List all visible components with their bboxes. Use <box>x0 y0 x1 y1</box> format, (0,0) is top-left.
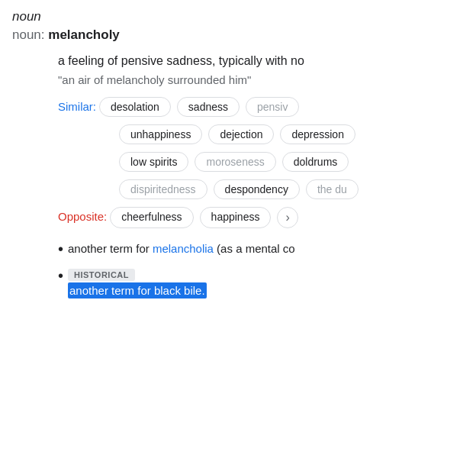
similar-chips-row3: low spirits moroseness doldrums <box>119 152 464 172</box>
chip-moroseness[interactable]: moroseness <box>195 152 275 172</box>
similar-row-3: low spirits moroseness doldrums <box>58 152 464 172</box>
chip-arrow-more[interactable]: › <box>277 207 298 228</box>
bullet-text-1: another term for melancholia (as a menta… <box>68 240 295 258</box>
chip-depression[interactable]: depression <box>280 124 355 144</box>
bullet1-text-after: (as a mental co <box>214 242 295 255</box>
definition-text: a feeling of pensive sadness, typically … <box>58 52 464 70</box>
chip-low-spirits[interactable]: low spirits <box>119 152 188 172</box>
chip-pensive-partial[interactable]: pensiv <box>246 97 299 117</box>
bullet-dot-2: • <box>58 267 63 284</box>
opposite-chips: cheerfulness happiness › <box>110 207 464 228</box>
similar-row-4: dispiritedness despondency the du <box>58 179 464 199</box>
example-text: "an air of melancholy surrounded him" <box>58 73 464 86</box>
opposite-label: Opposite: <box>58 207 107 223</box>
bullet-dot-1: • <box>58 240 63 257</box>
chip-desolation[interactable]: desolation <box>99 97 171 117</box>
page-container: noun noun: melancholy a feeling of pensi… <box>12 9 464 297</box>
similar-label: Similar: <box>58 97 96 113</box>
chip-despondency[interactable]: despondency <box>214 179 300 199</box>
opposite-row: Opposite: cheerfulness happiness › <box>58 207 464 228</box>
similar-chips-row4: dispiritedness despondency the du <box>119 179 464 199</box>
chip-dispiritedness[interactable]: dispiritedness <box>119 179 207 199</box>
bullet2-highlighted-text: another term for black bile. <box>68 282 207 298</box>
bullet-inner-2: HISTORICAL another term for black bile. <box>68 267 207 297</box>
melancholia-link[interactable]: melancholia <box>153 242 214 255</box>
noun-prefix: noun: <box>12 27 45 42</box>
chip-sadness[interactable]: sadness <box>177 97 240 117</box>
bullet2-highlighted-container: another term for black bile. <box>68 284 207 297</box>
bullet-item-2: • HISTORICAL another term for black bile… <box>58 267 464 297</box>
similar-chips-row2: unhappiness dejection depression <box>119 124 464 144</box>
part-of-speech: noun <box>12 9 464 24</box>
noun-line: noun: melancholy <box>12 27 464 43</box>
chip-the-du[interactable]: the du <box>306 179 359 199</box>
similar-row-1: Similar: desolation sadness pensiv <box>58 97 464 117</box>
bullet-item-1: • another term for melancholia (as a men… <box>58 240 464 258</box>
historical-badge: HISTORICAL <box>68 269 135 281</box>
bullet-section: • another term for melancholia (as a men… <box>58 240 464 297</box>
chip-happiness[interactable]: happiness <box>200 207 272 228</box>
chip-doldrums[interactable]: doldrums <box>282 152 349 172</box>
similar-row-2: unhappiness dejection depression <box>58 124 464 144</box>
chip-dejection[interactable]: dejection <box>208 124 274 144</box>
similar-chips-row1: desolation sadness pensiv <box>99 97 464 117</box>
chip-cheerfulness[interactable]: cheerfulness <box>110 207 193 228</box>
chip-unhappiness[interactable]: unhappiness <box>119 124 202 144</box>
noun-word: melancholy <box>48 27 120 42</box>
historical-badge-container: HISTORICAL <box>68 267 207 284</box>
bullet1-text-before: another term for <box>68 242 153 255</box>
